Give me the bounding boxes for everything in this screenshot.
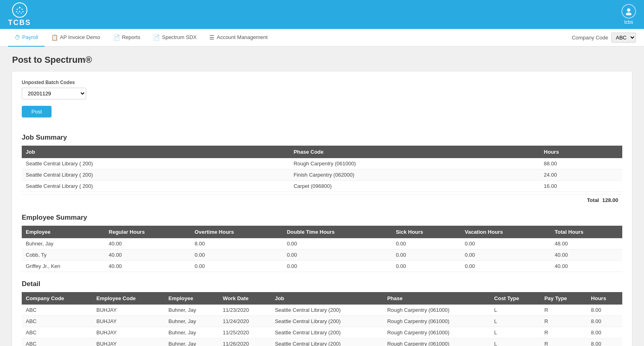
emp-col-sick: Sick Hours [392,226,460,238]
nav-items: ⏱ Payroll 📋 AP Invoice Demo 📄 Reports 📄 … [8,29,572,47]
user-avatar-icon [621,4,636,19]
detail-col-cost-type: Cost Type [490,292,541,305]
svg-point-9 [626,12,632,15]
nav-payroll-label: Payroll [22,34,38,40]
detail-col-company: Company Code [22,292,93,305]
detail-emp-name-cell: Buhner, Jay [164,338,219,346]
detail-heading: Detail [22,280,622,288]
logo: TCBS [8,2,31,27]
regular-cell: 40.00 [105,261,191,272]
svg-point-2 [21,8,23,10]
overtime-cell: 0.00 [191,261,283,272]
detail-hours-cell: 8.00 [587,316,622,327]
nav-reports[interactable]: 📄 Reports [107,29,147,47]
employee-summary-table: Employee Regular Hours Overtime Hours Do… [22,226,622,272]
job-col-header: Job [22,146,289,158]
detail-row: ABC BUHJAY Buhner, Jay 11/26/2020 Seattl… [22,338,622,346]
nav-spectrum-label: Spectrum SDX [162,34,196,40]
phase-code-cell: Carpet (096800) [289,181,540,192]
double-time-cell: 0.00 [283,238,392,249]
svg-point-3 [16,11,17,12]
logo-icon [12,2,27,18]
vacation-cell: 0.00 [461,238,551,249]
nav-account-management[interactable]: ☰ Account Management [203,29,274,47]
detail-company-cell: ABC [22,327,93,338]
detail-company-cell: ABC [22,316,93,327]
detail-emp-code-cell: BUHJAY [93,305,165,316]
svg-point-0 [19,7,21,8]
regular-cell: 40.00 [105,238,191,249]
phase-col-header: Phase Code [289,146,540,158]
top-header: TCBS tcbs [0,0,644,29]
overtime-cell: 0.00 [191,249,283,261]
nav-ap-invoice-label: AP Invoice Demo [60,34,100,40]
svg-point-1 [17,8,18,10]
detail-row: ABC BUHJAY Buhner, Jay 11/25/2020 Seattl… [22,327,622,338]
detail-col-hours: Hours [587,292,622,305]
nav-reports-label: Reports [122,34,140,40]
total-hours-cell: 40.00 [551,249,622,261]
company-code-label: Company Code [572,35,608,41]
post-button[interactable]: Post [22,106,52,117]
company-code-select[interactable]: ABC [611,33,636,43]
detail-phase-cell: Rough Carpentry (061000) [383,305,490,316]
svg-point-6 [17,12,18,13]
emp-col-vacation: Vacation Hours [461,226,551,238]
sick-cell: 0.00 [392,249,460,261]
page-title: Post to Spectrum® [12,55,632,65]
job-summary-row: Seattle Central Library ( 200) Carpet (0… [22,181,622,192]
nav-spectrum-sdx[interactable]: 📄 Spectrum SDX [147,29,203,47]
detail-pay-type-cell: R [540,305,587,316]
employee-summary-row: Cobb, Ty 40.00 0.00 0.00 0.00 0.00 40.00 [22,249,622,261]
job-summary-total: Total 128.00 [22,194,622,206]
detail-row: ABC BUHJAY Buhner, Jay 11/24/2020 Seattl… [22,316,622,327]
employee-summary-heading: Employee Summary [22,214,622,222]
detail-phase-cell: Rough Carpentry (061000) [383,316,490,327]
detail-col-employee: Employee [164,292,219,305]
job-summary-row: Seattle Central Library ( 200) Finish Ca… [22,169,622,181]
detail-phase-cell: Rough Carpentry (061000) [383,338,490,346]
detail-emp-name-cell: Buhner, Jay [164,327,219,338]
batch-select[interactable]: 20201129 [22,88,86,99]
job-summary-row: Seattle Central Library ( 200) Rough Car… [22,158,622,169]
total-hours-cell: 48.00 [551,238,622,249]
emp-name-cell: Cobb, Ty [22,249,105,261]
username: tcbs [624,19,633,25]
detail-emp-code-cell: BUHJAY [93,316,165,327]
account-mgmt-icon: ☰ [209,34,215,41]
detail-job-cell: Seattle Central Library (200) [271,327,383,338]
employee-summary-row: Buhner, Jay 40.00 8.00 0.00 0.00 0.00 48… [22,238,622,249]
hours-cell: 16.00 [540,181,622,192]
detail-col-emp-code: Employee Code [93,292,165,305]
double-time-cell: 0.00 [283,261,392,272]
emp-col-double: Double Time Hours [283,226,392,238]
batch-row: 20201129 [22,88,622,99]
total-label: Total [587,197,599,203]
phase-code-cell: Rough Carpentry (061000) [289,158,540,169]
detail-table: Company Code Employee Code Employee Work… [22,292,622,346]
total-hours-cell: 40.00 [551,261,622,272]
detail-work-date-cell: 11/23/2020 [219,305,271,316]
overtime-cell: 8.00 [191,238,283,249]
nav-payroll[interactable]: ⏱ Payroll [8,29,45,47]
detail-col-phase: Phase [383,292,490,305]
nav-bar: ⏱ Payroll 📋 AP Invoice Demo 📄 Reports 📄 … [0,29,644,47]
detail-job-cell: Seattle Central Library (200) [271,305,383,316]
double-time-cell: 0.00 [283,249,392,261]
job-summary-heading: Job Summary [22,134,622,142]
hours-cell: 24.00 [540,169,622,181]
company-code-area: Company Code ABC [572,33,636,43]
detail-pay-type-cell: R [540,327,587,338]
svg-point-5 [22,11,23,12]
detail-cost-type-cell: L [490,338,541,346]
job-summary-table: Job Phase Code Hours Seattle Central Lib… [22,146,622,192]
detail-row: ABC BUHJAY Buhner, Jay 11/23/2020 Seattl… [22,305,622,316]
logo-text: TCBS [8,19,31,27]
spectrum-icon: 📄 [153,34,160,41]
detail-emp-code-cell: BUHJAY [93,327,165,338]
job-cell: Seattle Central Library ( 200) [22,169,289,181]
emp-col-total: Total Hours [551,226,622,238]
nav-ap-invoice[interactable]: 📋 AP Invoice Demo [45,29,107,47]
detail-emp-name-cell: Buhner, Jay [164,316,219,327]
detail-cost-type-cell: L [490,305,541,316]
